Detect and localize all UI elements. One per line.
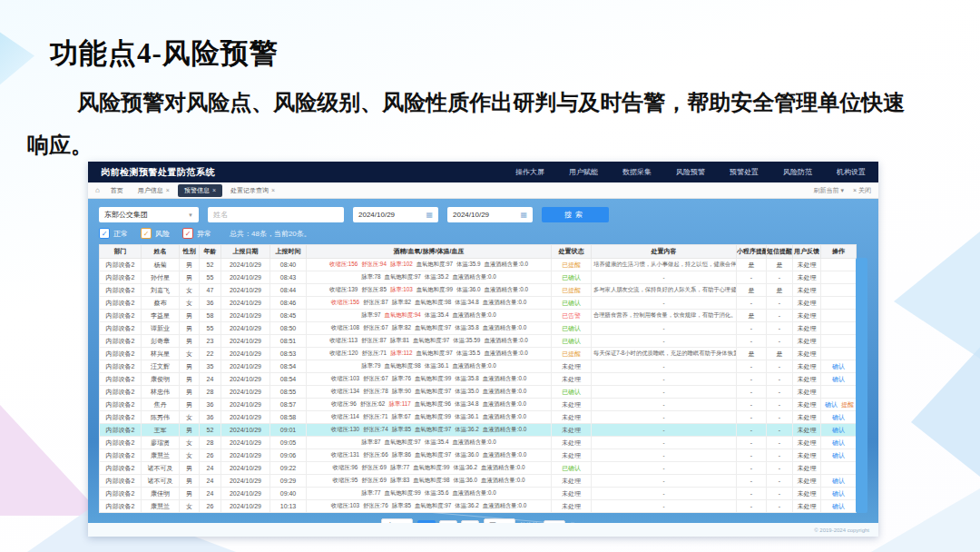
table-row[interactable]: 内部设备2康慧兰女262024/10/2909:06收缩压:131舒张压:66脉…: [100, 449, 857, 462]
name-cell: 康俊明: [142, 373, 180, 386]
nav-item-数据采集[interactable]: 数据采集: [622, 167, 652, 177]
name-cell: 林忠伟: [142, 386, 180, 399]
nav-item-操作大屏[interactable]: 操作大屏: [515, 167, 544, 177]
table-row[interactable]: 内部设备2诸不可及男242024/10/2909:29收缩压:95舒张压:69脉…: [100, 475, 857, 488]
refresh-current-menu[interactable]: 刷新当前 ▾: [813, 186, 843, 195]
table-row[interactable]: 内部设备2焦丹男362024/10/2908:57收缩压:96舒张压:62脉率:…: [100, 399, 857, 411]
vital-value: 体温:35.5: [456, 350, 481, 356]
search-button[interactable]: 搜索: [542, 207, 609, 222]
table-row[interactable]: 内部设备2谭新业男552024/10/2908:50收缩压:108舒张压:67脉…: [100, 322, 857, 335]
vital-value: 收缩压:95: [333, 477, 358, 483]
user-feedback-cell: 未处理: [793, 437, 821, 449]
table-row[interactable]: 内部设备2蔡布女362024/10/2908:46收缩压:156舒张压:87脉率…: [100, 297, 857, 310]
name-cell: 谭新业: [142, 322, 180, 335]
nav-item-预警处置[interactable]: 预警处置: [730, 167, 759, 177]
table-row[interactable]: 内部设备2陈秀伟女362024/10/2908:58收缩压:114舒张压:71脉…: [100, 411, 857, 424]
action-cell: [821, 259, 857, 271]
page-number-2[interactable]: 2: [439, 520, 457, 524]
user-feedback-cell: 未处理: [793, 310, 821, 322]
status-cell: 未处理: [552, 424, 592, 437]
tab-用户信息[interactable]: 用户信息×: [132, 184, 176, 197]
confirm-action-link[interactable]: 确认: [832, 452, 845, 458]
vital-value: 血氧饱和度:97: [416, 261, 453, 267]
table-row[interactable]: 内部设备2彭奇章男232024/10/2908:51收缩压:113舒张压:87脉…: [100, 335, 857, 348]
table-row[interactable]: 内部设备2杨菊男522024/10/2908:40收缩压:156舒张压:94脉率…: [100, 259, 857, 271]
gender-cell: 女: [180, 449, 200, 462]
table-row[interactable]: 内部设备2李益星男582024/10/2908:45脉率:97血氧饱和度:94体…: [100, 310, 857, 322]
vitals-cell: 收缩压:103舒张压:76脉率:85血氧饱和度:97体温:36.2血液酒精含量:…: [307, 500, 552, 513]
vital-value: 血液酒精含量:0.0: [452, 439, 495, 445]
gender-cell: 女: [180, 348, 200, 360]
next-page-button[interactable]: 下一页: [484, 518, 515, 523]
confirm-action-link[interactable]: 确认: [832, 427, 845, 433]
tab-首页[interactable]: 首页: [104, 184, 130, 197]
nav-item-风险预警[interactable]: 风险预警: [676, 167, 705, 177]
table-row[interactable]: 内部设备2汪文辉男352024/10/2908:54脉率:79血氧饱和度:98体…: [100, 360, 857, 373]
home-icon[interactable]: ⌂: [95, 186, 100, 194]
name-cell: 诸不可及: [142, 475, 180, 488]
remind-action-link[interactable]: 提醒: [841, 401, 854, 408]
table-row[interactable]: 内部设备2诸不可及男242024/10/2909:22收缩压:96舒张压:69脉…: [100, 462, 857, 475]
checkbox-风险[interactable]: ✓风险: [141, 228, 170, 239]
table-row[interactable]: 内部设备2刘嘉飞女472024/10/2908:44收缩压:139舒张压:85脉…: [100, 284, 857, 297]
vital-value: 血液酒精含量:0.0: [483, 451, 526, 458]
dept-cell: 内部设备2: [100, 271, 142, 284]
close-icon[interactable]: ×: [166, 187, 170, 193]
confirm-action-link[interactable]: 确认: [832, 490, 845, 497]
close-icon[interactable]: ×: [212, 187, 216, 193]
table-scrollbar[interactable]: [856, 258, 867, 513]
table-row[interactable]: 内部设备2林忠伟男282024/10/2908:55收缩压:134舒张压:78脉…: [100, 386, 857, 399]
table-row[interactable]: 内部设备2廖瑞贤女282024/10/2909:05脉率:87血氧饱和度:97体…: [100, 437, 857, 449]
vitals-cell: 脉率:87血氧饱和度:97体温:35.4血液酒精含量:0.0: [307, 437, 552, 449]
close-icon[interactable]: ×: [271, 187, 275, 193]
vital-value: 血氧饱和度:96: [415, 400, 451, 407]
goto-page-input[interactable]: 1: [544, 520, 565, 524]
vital-value: 体温:36.0: [456, 286, 481, 292]
dept-cell: 内部设备2: [100, 386, 142, 399]
dept-cell: 内部设备2: [100, 310, 142, 322]
table-row[interactable]: 内部设备2林兴星女222024/10/2908:53收缩压:120舒张压:71脉…: [100, 348, 857, 360]
org-select[interactable]: 东部公交集团 ▼: [99, 207, 199, 222]
nav-item-用户赋能[interactable]: 用户赋能: [569, 167, 598, 177]
table-row[interactable]: 内部设备2康俊明男242024/10/2908:54收缩压:103舒张压:67脉…: [100, 373, 857, 386]
disposal-content-cell: 培养健康的生活习惯，从小事做起，持之以恒，健康会伴随一生。: [592, 259, 737, 271]
confirm-action-link[interactable]: 确认: [832, 503, 845, 509]
table-row[interactable]: 内部设备2康佳明男242024/10/2909:40脉率:77血氧饱和度:99体…: [100, 488, 857, 500]
close-tabs-button[interactable]: × 关闭: [853, 186, 871, 195]
vitals-cell: 脉率:79血氧饱和度:98体温:36.1血液酒精含量:0.0: [307, 360, 552, 373]
nav-item-风险防范[interactable]: 风险防范: [783, 167, 812, 177]
table-row[interactable]: 内部设备2孙付星男552024/10/2908:43脉率:78血氧饱和度:97体…: [100, 271, 857, 284]
disposal-content-cell: 合理膳食营养，控制用餐食量，饮食规律，有助于消化。: [592, 310, 737, 322]
date-end-picker[interactable]: 2024/10/29 ▦: [447, 207, 533, 222]
checkbox-异常[interactable]: ✓异常: [182, 228, 211, 239]
confirm-action-link[interactable]: 确认: [832, 363, 845, 370]
confirm-action-link[interactable]: 确认: [832, 414, 845, 420]
vitals-cell: 收缩压:134舒张压:78脉率:90血氧饱和度:97体温:35.0血液酒精含量:…: [307, 386, 552, 399]
prev-page-button[interactable]: 上一页: [381, 518, 413, 523]
confirm-action-link[interactable]: 确认: [832, 376, 845, 382]
name-cell: 汪文辉: [142, 360, 180, 373]
page-number-1[interactable]: 1: [417, 520, 436, 524]
checkbox-正常[interactable]: ✓正常: [99, 228, 128, 239]
table-row[interactable]: 内部设备2王军男522024/10/2909:01收缩压:130舒张压:74脉率…: [100, 424, 857, 437]
name-input[interactable]: [208, 207, 344, 222]
dept-cell: 内部设备2: [100, 437, 142, 449]
vitals-cell: 收缩压:139舒张压:85脉率:103血氧饱和度:99体温:36.0血液酒精含量…: [307, 284, 552, 297]
status-cell: 已确认: [552, 386, 592, 399]
vital-value: 舒张压:71: [363, 413, 388, 419]
decor-triangle-right-lower: [907, 340, 980, 477]
page-number-3[interactable]: 3: [461, 520, 479, 524]
confirm-action-link[interactable]: 确认: [825, 401, 838, 408]
tab-处置记录查询[interactable]: 处置记录查询×: [224, 184, 281, 197]
tab-预警信息[interactable]: 预警信息×: [178, 184, 222, 197]
nav-item-机构设置[interactable]: 机构设置: [837, 167, 866, 177]
date-start-picker[interactable]: 2024/10/29 ▦: [353, 207, 438, 222]
gender-cell: 男: [180, 424, 200, 437]
name-cell: 廖瑞贤: [142, 437, 180, 449]
table-row[interactable]: 内部设备2康慧兰女262024/10/2910:13收缩压:103舒张压:76脉…: [100, 500, 857, 513]
vital-value: 脉率:77: [361, 489, 380, 496]
confirm-action-link[interactable]: 确认: [832, 439, 845, 446]
report-date-cell: 2024/10/29: [221, 335, 270, 348]
vital-value: 体温:36.1: [455, 413, 479, 419]
confirm-action-link[interactable]: 确认: [832, 478, 845, 484]
